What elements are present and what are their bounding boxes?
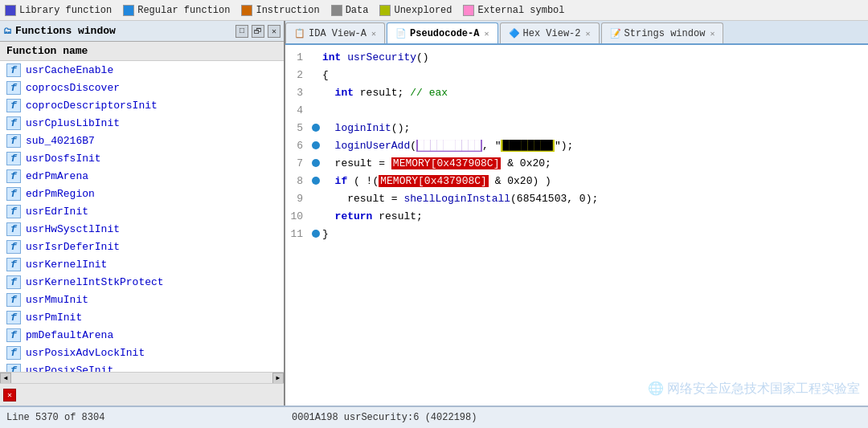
code-line: 6 loginUserAdd(██████████, "████████"); [285, 137, 868, 154]
function-name-column-header: Function name [0, 42, 284, 61]
line-dot [309, 124, 322, 132]
line-number: 8 [285, 175, 309, 187]
line-dot [309, 159, 322, 167]
main-area: 🗂 Functions window □ 🗗 ✕ Function name f… [0, 21, 868, 406]
breakpoint-dot [312, 159, 320, 167]
code-line: 11} [285, 225, 868, 243]
legend-external-symbol-label: External symbol [477, 5, 564, 16]
legend-regular-function-label: Regular function [137, 5, 230, 16]
function-list-item[interactable]: fusrCplusLibInit [0, 114, 284, 132]
function-list-item[interactable]: fcoprocDescriptorsInit [0, 96, 284, 114]
legend-library-function-label: Library function [19, 5, 112, 16]
function-icon: f [6, 222, 21, 236]
tab-hex-view-2[interactable]: 🔷Hex View-2✕ [500, 22, 600, 43]
functions-window-title: Functions window [15, 25, 235, 37]
function-icon: f [6, 205, 21, 218]
breakpoint-dot [312, 230, 320, 238]
tab-ida-view-a[interactable]: 📋IDA View-A✕ [285, 22, 385, 43]
function-list-item[interactable]: fusrEdrInit [0, 202, 284, 220]
code-line: 7 result = MEMORY[0x437908C] & 0x20; [285, 154, 868, 172]
function-name-label: usrPosixSeInit [26, 365, 113, 373]
function-list-item[interactable]: fpmDefaultArena [0, 326, 284, 344]
code-area[interactable]: 1int usrSecurity()2{3 int result; // eax… [285, 45, 868, 406]
function-icon: f [6, 134, 21, 148]
breakpoint-dot [312, 124, 320, 132]
line-number: 11 [285, 228, 309, 240]
functions-panel: 🗂 Functions window □ 🗗 ✕ Function name f… [0, 21, 285, 406]
tab-close-pseudocode-a[interactable]: ✕ [484, 29, 489, 39]
tab-close-hex-view-2[interactable]: ✕ [586, 29, 591, 39]
scroll-left-arrow[interactable]: ◀ [0, 373, 11, 384]
function-name-label: coprocDescriptorsInit [26, 100, 158, 112]
function-list-item[interactable]: fusrHwSysctlInit [0, 220, 284, 238]
function-list-item[interactable]: fusrIsrDeferInit [0, 238, 284, 255]
scroll-right-arrow[interactable]: ▶ [272, 373, 284, 384]
function-list-item[interactable]: fusrKernelInit [0, 255, 284, 273]
tab-strings-window[interactable]: 📝Strings window✕ [601, 22, 724, 43]
function-icon: f [6, 187, 21, 201]
legend-bar: Library function Regular function Instru… [0, 0, 868, 21]
tab-close-ida-view-a[interactable]: ✕ [371, 29, 376, 39]
function-list-item[interactable]: fusrKernelIntStkProtect [0, 273, 284, 291]
instruction-icon [241, 5, 252, 16]
function-name-label: usrIsrDeferInit [26, 241, 120, 253]
function-name-label: usrEdrInit [26, 206, 88, 218]
legend-regular-function: Regular function [123, 5, 230, 16]
function-list-item[interactable]: fusrCacheEnable [0, 61, 284, 79]
function-list-item[interactable]: fusrPosixSeInit [0, 361, 284, 372]
function-list-item[interactable]: fusrPosixAdvLockInit [0, 344, 284, 361]
function-name-label: usrMmuInit [26, 294, 88, 306]
function-list-item[interactable]: fedrPmArena [0, 167, 284, 185]
tab-pseudocode-a[interactable]: 📄Pseudocode-A✕ [387, 22, 497, 43]
restore-button[interactable]: 🗗 [252, 25, 264, 38]
function-icon: f [6, 116, 21, 130]
function-name-label: usrKernelInit [26, 259, 107, 271]
address-info: 0001A198 usrSecurity:6 (4022198) [292, 412, 477, 423]
function-list-item[interactable]: fsub_40216B7 [0, 132, 284, 149]
function-list-item[interactable]: fusrMmuInit [0, 291, 284, 308]
tab-label-strings-window: Strings window [624, 28, 706, 39]
code-line: 5 loginInit(); [285, 119, 868, 137]
code-content: return result; [322, 210, 862, 222]
line-dot [309, 177, 322, 185]
tab-label-hex-view-2: Hex View-2 [523, 28, 581, 39]
function-name-label: coprocsDiscover [26, 82, 120, 94]
code-content: int usrSecurity() [322, 51, 862, 63]
tab-bar: 📋IDA View-A✕📄Pseudocode-A✕🔷Hex View-2✕📝S… [285, 21, 868, 45]
legend-library-function: Library function [5, 5, 112, 16]
code-content: { [322, 69, 862, 81]
external-symbol-icon [463, 5, 474, 16]
line-number: 6 [285, 140, 309, 152]
titlebar-controls: □ 🗗 ✕ [235, 25, 280, 38]
functions-list[interactable]: fusrCacheEnablefcoprocsDiscoverfcoprocDe… [0, 61, 284, 372]
tab-label-pseudocode-a: Pseudocode-A [410, 28, 479, 39]
function-icon: f [6, 346, 21, 360]
function-list-item[interactable]: fedrPmRegion [0, 185, 284, 202]
function-icon: f [6, 63, 21, 77]
function-name-label: sub_40216B7 [26, 135, 95, 147]
function-icon: f [6, 152, 21, 165]
function-list-item[interactable]: fcoprocsDiscover [0, 79, 284, 96]
close-button[interactable]: ✕ [268, 25, 280, 38]
code-content: loginUserAdd(██████████, "████████"); [322, 140, 862, 152]
tab-icon-hex-view-2: 🔷 [509, 28, 520, 39]
status-bar: Line 5370 of 8304 0001A198 usrSecurity:6… [0, 406, 868, 428]
tab-close-strings-window[interactable]: ✕ [710, 29, 714, 39]
code-content: loginInit(); [322, 122, 862, 134]
function-icon: f [6, 328, 21, 342]
legend-data: Data [331, 5, 369, 16]
horizontal-scrollbar[interactable]: ◀ ▶ [0, 372, 284, 383]
line-number: 3 [285, 87, 309, 99]
code-content: if ( !(MEMORY[0x437908C] & 0x20) ) [322, 175, 862, 187]
function-name-label: usrPosixAdvLockInit [26, 347, 145, 359]
function-list-item[interactable]: fusrPmInit [0, 308, 284, 326]
legend-external-symbol: External symbol [463, 5, 564, 16]
function-name-label: usrDosfsInit [26, 153, 101, 165]
function-icon: f [6, 275, 21, 289]
tab-label-ida-view-a: IDA View-A [309, 28, 366, 39]
function-list-item[interactable]: fusrDosfsInit [0, 149, 284, 167]
status-left: Line 5370 of 8304 [6, 412, 292, 423]
scroll-track[interactable] [11, 373, 272, 383]
minimize-button[interactable]: □ [235, 25, 248, 38]
tab-icon-ida-view-a: 📋 [294, 28, 305, 39]
